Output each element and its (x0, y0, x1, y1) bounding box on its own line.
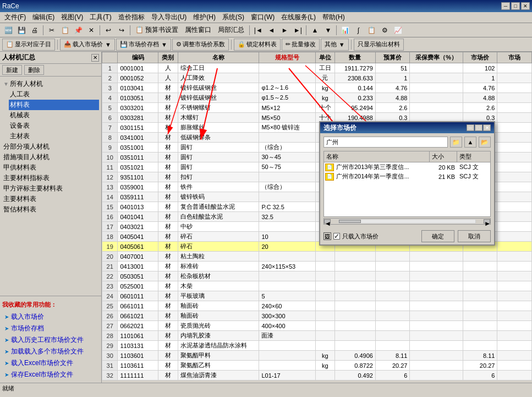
menu-online[interactable]: 在线服务(L) (278, 12, 319, 23)
tree-subitem-resources[interactable]: 分部分项人材机 (2, 142, 99, 152)
col-header-rate[interactable]: 采保费率（%） (410, 52, 463, 63)
redo-btn[interactable]: ↪ (116, 24, 128, 36)
dialog-minimize-btn[interactable]: ─ (467, 124, 474, 131)
dialog-ok-button[interactable]: 确定 (421, 230, 454, 242)
tree-main-table[interactable]: 主要材料表 (2, 194, 99, 204)
tree-owner-materials[interactable]: 甲供材料表 (2, 162, 99, 173)
fav-market-archive[interactable]: ➤ 市场价存档 (2, 323, 99, 334)
scroll-left-btn[interactable]: ◄ (324, 219, 331, 224)
menu-maintain[interactable]: 维护(H) (190, 12, 219, 23)
minimize-button[interactable]: ─ (501, 2, 510, 10)
tree-main-materials[interactable]: 主材表 (9, 131, 99, 142)
cut-btn[interactable]: ✂ (46, 24, 58, 36)
table-row[interactable]: 4 0103051 材 镀锌低碳钢丝 φ1.5～2.5 kg 0.233 4.8… (102, 93, 532, 103)
up-btn[interactable]: ▲ (309, 24, 321, 36)
load-market-dropdown[interactable]: ▼ (105, 41, 111, 48)
file-list[interactable]: 名称 大小 类型 📄 广州市2013年第三季度信... 20 KB SCJ 文 … (323, 151, 491, 217)
col-header-type[interactable]: 类别 (158, 52, 178, 63)
save-btn[interactable]: 💾 (15, 24, 28, 36)
dialog-maximize-btn[interactable]: □ (475, 124, 482, 131)
dialog-cancel-button[interactable]: 取消 (458, 230, 491, 242)
table-row[interactable]: 26 0661021 材 釉面砖 300×300 (102, 311, 532, 321)
table-row[interactable]: 21 0413001 材 标准砖 240×115×53 (102, 262, 532, 271)
col-header-qty[interactable]: 数量 (335, 52, 376, 63)
market-archive-btn[interactable]: 💾 市场价存档 ▼ (116, 39, 171, 51)
maximize-button[interactable]: □ (511, 2, 520, 10)
table-row[interactable]: 24 0601011 材 平板玻璃 5 (102, 291, 532, 301)
paste-btn[interactable]: 📌 (72, 24, 84, 36)
load-market-btn[interactable]: 📥 载入市场价 ▼ (60, 39, 115, 51)
show-output-btn[interactable]: 只显示输出材料 (354, 39, 404, 51)
fav-load-history[interactable]: ➤ 载入历史工程市场价文件 (2, 334, 99, 346)
menu-tools[interactable]: 工具(T) (86, 12, 114, 23)
dialog-folder-btn[interactable]: 📁 (450, 137, 462, 148)
next-btn[interactable]: ► (278, 24, 290, 36)
close-button[interactable]: ✕ (521, 2, 530, 10)
first-btn[interactable]: |◄ (252, 24, 264, 36)
table-row[interactable]: 22 0503051 材 松杂板枋材 (102, 271, 532, 281)
col-header-code[interactable]: 编码 (118, 52, 158, 63)
file-list-item[interactable]: 📄 广州市2014年第一季度信... 21 KB SCJ 文 (324, 172, 490, 181)
menu-view[interactable]: 视图(V) (58, 12, 86, 23)
tree-owner-eval[interactable]: 甲方评标主要材料表 (2, 183, 99, 194)
col-header-name[interactable]: 名称 (178, 52, 259, 63)
sidebar-close-button[interactable]: ✕ (91, 54, 99, 62)
copy-btn[interactable]: 📋 (59, 24, 71, 36)
undo-btn[interactable]: ↩ (102, 24, 114, 36)
table-row[interactable]: 3 0103041 材 镀锌低碳钢丝 φ1.2～1.6 kg 0.144 4.7… (102, 83, 532, 93)
table-row[interactable]: 23 0525001 材 木柴 (102, 281, 532, 291)
market-archive-dropdown[interactable]: ▼ (161, 41, 167, 48)
new-item-btn[interactable]: 新建 (2, 65, 22, 75)
table-row[interactable]: 20 0407001 材 粘土陶粒 (102, 252, 532, 262)
dialog-up-btn[interactable]: ▲ (464, 137, 476, 148)
down-btn[interactable]: ▼ (322, 24, 334, 36)
tree-labor[interactable]: 人工表 (9, 89, 99, 100)
chart-btn[interactable]: 📈 (392, 24, 404, 36)
tree-equipment[interactable]: 设备表 (9, 121, 99, 131)
menu-window[interactable]: 窗口(W) (248, 12, 278, 23)
menu-system[interactable]: 系统(S) (219, 12, 248, 23)
file-list-item[interactable]: 📄 广州市2013年第三季度信... 20 KB SCJ 文 (324, 162, 490, 172)
tree-materials[interactable]: 材料表 (9, 100, 99, 110)
tree-all-resources[interactable]: ▼ 所有人材机 (2, 79, 99, 89)
table-row[interactable]: 25 0661011 材 釉面砖 240×60 (102, 301, 532, 311)
tree-measure-resources[interactable]: 措施项目人材机 (2, 152, 99, 162)
col-header-market2[interactable]: 市场 (497, 52, 532, 63)
prev-btn[interactable]: ◄ (265, 24, 277, 36)
lock-materials-btn[interactable]: 🔒 锁定材料表 (234, 39, 281, 51)
print-btn[interactable]: 🖨 (29, 24, 41, 36)
dialog-scrollbar[interactable]: ◄ ► (323, 218, 491, 225)
settings2-btn[interactable]: ⚙ (379, 24, 391, 36)
new-btn[interactable]: 🆕 (2, 24, 14, 36)
dialog-checkbox[interactable]: ✓ (333, 233, 340, 240)
col-header-unit[interactable]: 单位 (315, 52, 334, 63)
calc-btn[interactable]: 📊 (339, 24, 351, 36)
menu-indicators[interactable]: 造价指标 (115, 12, 148, 23)
adjust-coefficient-btn[interactable]: ⚙ 调整市场价系数 (172, 39, 229, 51)
budget-settings-btn[interactable]: 📋 预算书设置 (133, 24, 181, 36)
table-row[interactable]: 28 1101061 材 内墙乳胶漆 面漆 (102, 331, 532, 341)
table-row[interactable]: 31 1103611 材 聚氨酯乙料 kg 0.8722 20.27 20.27 (102, 361, 532, 371)
menu-help[interactable]: 帮助(H) (319, 12, 348, 23)
fav-load-excel[interactable]: ➤ 载入Excel市场价文件 (2, 357, 99, 369)
property-btn[interactable]: 属性窗口 (182, 24, 214, 36)
dialog-nav-btn[interactable]: 📂 (479, 137, 491, 148)
local-summary-btn[interactable]: 局部汇总 (215, 24, 247, 36)
show-items-btn[interactable]: 📋 显示对应子目 (2, 39, 55, 51)
dialog-preview-icon[interactable]: 🖼 (323, 232, 331, 240)
table-row[interactable]: 32 1111111 材 煤焦油沥青漆 L01-17 0.492 6 6 (102, 371, 532, 380)
last-btn[interactable]: ►| (292, 24, 304, 36)
dialog-location-input[interactable]: 广州 (323, 137, 448, 148)
formula-btn[interactable]: ∫ (352, 24, 364, 36)
fav-save-excel[interactable]: ➤ 保存Excel市场价文件 (2, 369, 99, 380)
delete-btn[interactable]: ✕ (85, 24, 97, 36)
scroll-thumb[interactable] (339, 220, 361, 223)
tree-main-index[interactable]: 主要材料指标表 (2, 173, 99, 183)
tree-estimated[interactable]: 暂估材料表 (2, 204, 99, 215)
col-header-budget[interactable]: 预算价 (375, 52, 410, 63)
table-row[interactable]: 5 0303201 材 不锈钢螺钉 M5×12 十个 95.2494 2.6 2… (102, 103, 532, 113)
table-row[interactable]: 29 1103131 材 水泥基渗透结晶防水涂料 (102, 341, 532, 351)
fav-load-multiple[interactable]: ➤ 加载载入多个市场价文件 (2, 346, 99, 357)
menu-edit[interactable]: 编辑(E) (29, 12, 58, 23)
others-dropdown[interactable]: ▼ (339, 41, 345, 48)
